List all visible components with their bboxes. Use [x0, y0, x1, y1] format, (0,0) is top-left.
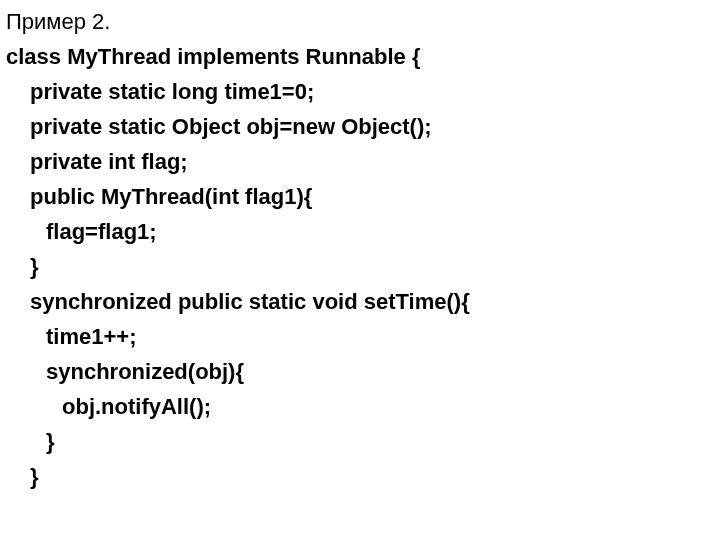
code-line: synchronized(obj){ — [6, 354, 714, 389]
code-line: private static long time1=0; — [6, 74, 714, 109]
code-line: } — [6, 424, 714, 459]
code-line: flag=flag1; — [6, 214, 714, 249]
example-title: Пример 2. — [6, 4, 714, 39]
code-line: private static Object obj=new Object(); — [6, 109, 714, 144]
code-line: time1++; — [6, 319, 714, 354]
code-line: } — [6, 249, 714, 284]
code-line: class MyThread implements Runnable { — [6, 39, 714, 74]
document-page: Пример 2. class MyThread implements Runn… — [0, 0, 720, 498]
code-line: } — [6, 459, 714, 494]
code-line: synchronized public static void setTime(… — [6, 284, 714, 319]
code-line: public MyThread(int flag1){ — [6, 179, 714, 214]
code-line: private int flag; — [6, 144, 714, 179]
code-line: obj.notifyAll(); — [6, 389, 714, 424]
